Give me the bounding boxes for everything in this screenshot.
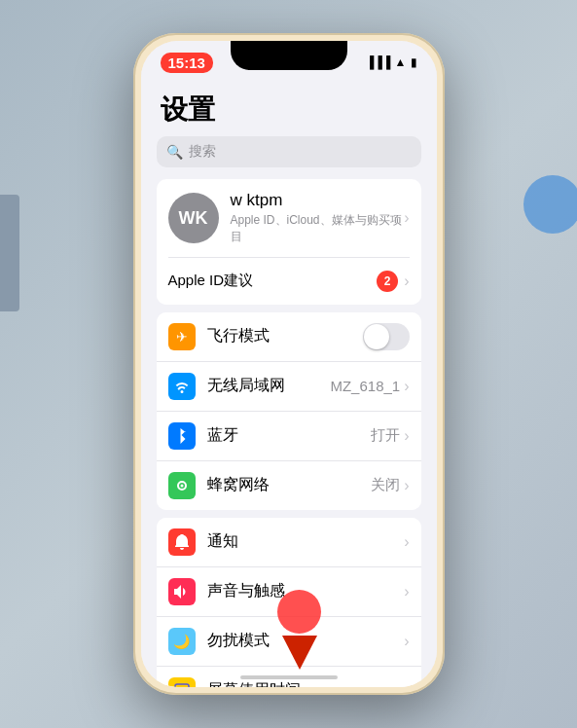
profile-info: w ktpm Apple ID、iCloud、媒体与购买项目 [231,191,405,245]
status-icons: ▐▐▐ ▲ ▮ [366,55,416,69]
dnd-icon: 🌙 [168,628,196,655]
volume-buttons-visual [0,195,19,311]
avatar: WK [168,193,219,243]
cellular-value: 关闭 [371,476,400,494]
page-title: 设置 [141,84,437,136]
search-icon: 🔍 [166,144,183,160]
power-button [444,160,445,208]
cellular-row[interactable]: 蜂窝网络 关闭 › [157,461,421,510]
notifications-label: 通知 [207,531,405,552]
wifi-row[interactable]: 无线局域网 MZ_618_1 › [157,362,421,412]
toggle-knob [364,324,389,349]
screentime-chevron: › [404,682,409,688]
signal-icon: ▐▐▐ [366,55,391,69]
bluetooth-label: 蓝牙 [207,425,372,446]
cellular-chevron: › [404,477,409,494]
appleid-badge: 2 [377,271,398,292]
home-indicator [240,675,338,679]
svg-rect-3 [178,687,186,688]
screentime-icon [168,677,196,688]
flight-mode-icon: ✈ [168,323,196,350]
wifi-chevron: › [404,378,409,395]
battery-icon: ▮ [411,55,417,69]
wifi-icon: ▲ [395,55,407,69]
connectivity-section: ✈ 飞行模式 无线局域网 MZ_618_1 › [157,312,421,510]
bluetooth-icon [168,422,196,450]
profile-row[interactable]: WK w ktpm Apple ID、iCloud、媒体与购买项目 › [157,179,421,257]
wifi-icon [168,373,196,400]
notch [231,41,347,70]
bluetooth-chevron: › [404,427,409,445]
profile-subtitle: Apple ID、iCloud、媒体与购买项目 [231,212,405,245]
svg-point-1 [180,484,183,487]
screen: 15:13 ▐▐▐ ▲ ▮ 设置 🔍 搜索 WK w kt [141,41,437,687]
dnd-chevron: › [404,633,409,650]
search-placeholder: 搜索 [189,143,216,161]
svg-rect-2 [175,684,189,688]
appleid-chevron: › [404,273,409,290]
sound-icon [168,578,196,605]
profile-chevron: › [404,209,409,227]
bluetooth-row[interactable]: 蓝牙 打开 › [157,412,421,461]
bluetooth-value: 打开 [371,426,400,445]
right-decoration [523,175,577,234]
search-bar[interactable]: 🔍 搜索 [157,136,421,167]
cellular-icon [168,472,196,499]
profile-section: WK w ktpm Apple ID、iCloud、媒体与购买项目 › Appl… [157,179,421,305]
tap-arrow-indicator [282,636,317,670]
notifications-icon [168,528,196,556]
vol-down-button [133,194,134,225]
phone-frame: 15:13 ▐▐▐ ▲ ▮ 设置 🔍 搜索 WK w kt [133,33,445,695]
notifications-chevron: › [404,533,409,551]
flight-mode-label: 飞行模式 [207,326,363,346]
tap-circle-indicator [277,590,321,634]
flight-mode-toggle[interactable] [363,323,410,350]
appleid-row[interactable]: Apple ID建议 2 › [157,258,421,305]
sound-chevron: › [404,583,409,601]
status-bar: 15:13 ▐▐▐ ▲ ▮ [141,41,437,84]
flight-mode-row[interactable]: ✈ 飞行模式 [157,312,421,362]
notifications-row[interactable]: 通知 › [157,518,421,567]
wifi-label: 无线局域网 [207,376,331,396]
status-time: 15:13 [161,53,213,73]
vol-up-button [133,150,134,181]
wifi-value: MZ_618_1 [330,378,400,394]
cellular-label: 蜂窝网络 [207,475,372,495]
screentime-label: 屏幕使用时间 [207,680,405,687]
appleid-label: Apple ID建议 [168,272,378,290]
profile-name: w ktpm [231,191,405,210]
